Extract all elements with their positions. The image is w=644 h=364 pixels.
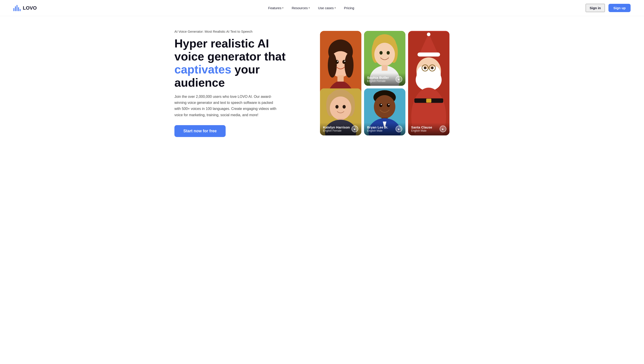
svg-point-9	[337, 61, 338, 62]
svg-point-10	[344, 61, 345, 62]
chevron-down-icon: ▾	[308, 7, 310, 10]
nav-resources[interactable]: Resources ▾	[292, 6, 310, 10]
nav-actions: Sign in Sign up	[586, 4, 630, 12]
svg-point-7	[335, 60, 339, 64]
hero-section: AI Voice Generator: Most Realistic AI Te…	[161, 16, 483, 155]
hero-left: AI Voice Generator: Most Realistic AI Te…	[174, 30, 291, 137]
hero-title: Hyper realistic AI voice generator that …	[174, 37, 291, 89]
svg-point-42	[330, 96, 351, 120]
nav-use-cases[interactable]: Use cases ▾	[318, 6, 336, 10]
svg-rect-22	[418, 53, 440, 57]
svg-point-23	[427, 33, 430, 36]
svg-rect-6	[338, 75, 344, 82]
svg-point-15	[374, 43, 395, 66]
hero-title-accent: captivates	[174, 63, 231, 76]
logo-text: LOVO	[23, 5, 37, 11]
svg-rect-17	[382, 65, 388, 71]
katelyn-play[interactable]: ▶	[352, 126, 358, 132]
logo-icon	[14, 5, 20, 11]
chevron-down-icon: ▾	[334, 7, 336, 10]
nav-pricing[interactable]: Pricing	[344, 6, 354, 10]
chevron-down-icon: ▾	[282, 7, 284, 10]
logo-bar-4	[18, 7, 19, 11]
logo-bar-5	[20, 9, 20, 11]
voice-card-bryan[interactable]: Bryan Lee Jr. English Male ▶	[364, 88, 406, 135]
svg-point-8	[342, 60, 346, 64]
voice-grid: Chloe Woods English Female ▶ Sophia Butl…	[320, 31, 450, 135]
svg-rect-37	[426, 99, 431, 103]
svg-point-46	[342, 105, 346, 109]
voice-card-santa[interactable]: Santa Clause English Male ▶	[408, 31, 450, 135]
svg-point-45	[336, 105, 338, 109]
hero-title-start: Hyper realistic AI voice generator that	[174, 37, 286, 63]
start-now-button[interactable]: Start now for free	[174, 125, 226, 137]
navbar: LOVO Features ▾ Resources ▾ Use cases ▾ …	[0, 0, 644, 16]
logo-bar-1	[14, 8, 14, 11]
santa-play[interactable]: ▶	[440, 126, 446, 132]
svg-point-4	[344, 53, 354, 78]
sophia-play[interactable]: ▶	[396, 76, 402, 83]
svg-point-34	[431, 67, 434, 69]
nav-features[interactable]: Features ▾	[268, 6, 284, 10]
svg-point-33	[424, 67, 426, 69]
bryan-play[interactable]: ▶	[396, 126, 402, 132]
hero-right: Chloe Woods English Female ▶ Sophia Butl…	[300, 31, 470, 135]
svg-point-55	[380, 104, 382, 105]
svg-point-54	[387, 103, 390, 107]
hero-body: Join the over 2,000,000 users who love L…	[174, 94, 277, 118]
signup-button[interactable]: Sign up	[608, 4, 630, 12]
svg-point-56	[388, 104, 389, 105]
svg-point-29	[427, 72, 436, 77]
svg-point-53	[379, 103, 382, 107]
logo-bar-3	[16, 5, 18, 11]
voice-card-sophia[interactable]: Sophia Butler English Female ▶	[364, 31, 406, 86]
nav-links: Features ▾ Resources ▾ Use cases ▾ Prici…	[268, 6, 354, 10]
voice-card-katelyn[interactable]: Katelyn Harrison English Female ▶	[320, 88, 361, 135]
svg-point-19	[386, 51, 390, 55]
signin-button[interactable]: Sign in	[586, 4, 605, 12]
svg-point-49	[374, 95, 395, 118]
hero-eyebrow: AI Voice Generator: Most Realistic AI Te…	[174, 30, 291, 33]
svg-point-18	[380, 51, 382, 55]
logo-bar-2	[15, 6, 16, 11]
svg-point-3	[328, 53, 337, 78]
logo[interactable]: LOVO	[14, 5, 37, 11]
